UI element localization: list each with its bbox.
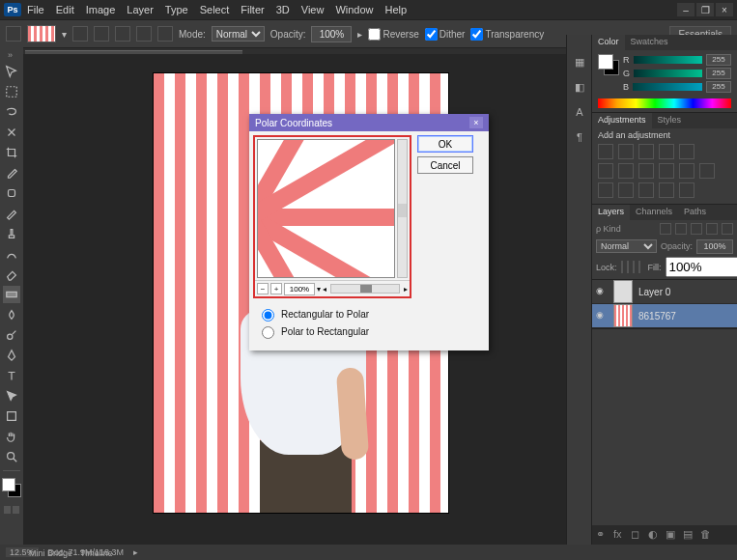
scroll-left-icon[interactable]: ◂ (323, 285, 326, 294)
filter-smart-icon[interactable] (722, 223, 733, 235)
tab-timeline[interactable]: Timeline (80, 548, 113, 558)
option-rect-to-polar[interactable]: Rectangular to Polar (257, 306, 481, 322)
opacity-flyout-icon[interactable]: ▸ (357, 29, 362, 40)
history-brush-tool[interactable] (3, 245, 20, 263)
blur-tool[interactable] (3, 306, 20, 323)
polar-to-rect-radio[interactable] (262, 326, 274, 339)
cancel-button[interactable]: Cancel (417, 156, 473, 174)
gradient-preview[interactable] (27, 25, 56, 42)
path-select-tool[interactable] (3, 387, 20, 405)
layer-name[interactable]: Layer 0 (638, 287, 670, 297)
layer-row[interactable]: ◉ 8615767 (592, 304, 737, 328)
menu-type[interactable]: Type (165, 4, 188, 15)
layer-thumb[interactable] (613, 304, 633, 327)
menu-file[interactable]: File (27, 4, 44, 15)
history-panel-icon[interactable]: ▦ (572, 54, 587, 70)
menu-select[interactable]: Select (200, 4, 230, 15)
tab-paths[interactable]: Paths (678, 205, 712, 220)
dialog-close-icon[interactable]: × (469, 117, 483, 128)
stamp-tool[interactable] (3, 225, 20, 242)
hue-ramp[interactable] (598, 98, 731, 108)
adj-photo-icon[interactable] (659, 163, 674, 179)
lock-pixels-icon[interactable] (627, 261, 629, 273)
fill-input[interactable] (666, 257, 737, 277)
preview-v-scrollbar[interactable] (397, 139, 408, 278)
g-value[interactable]: 255 (706, 68, 731, 79)
zoom-in-icon[interactable]: + (270, 283, 282, 294)
menu-window[interactable]: Window (335, 4, 373, 15)
adj-gradmap-icon[interactable] (659, 182, 674, 198)
adj-lookup-icon[interactable] (699, 163, 715, 179)
transparency-checkbox[interactable] (470, 28, 483, 41)
layer-fx-icon[interactable]: fx (613, 528, 627, 542)
tab-color[interactable]: Color (592, 35, 625, 50)
paragraph-panel-icon[interactable]: ¶ (572, 129, 587, 145)
filter-pixel-icon[interactable] (660, 223, 671, 235)
visibility-icon[interactable]: ◉ (596, 286, 608, 297)
actions-panel-icon[interactable]: ◧ (572, 79, 587, 95)
type-tool[interactable] (3, 367, 20, 384)
gradient-linear-icon[interactable] (72, 26, 88, 42)
adj-invert-icon[interactable] (598, 182, 613, 198)
layer-row[interactable]: ◉ Layer 0 (592, 280, 737, 304)
adj-levels-icon[interactable] (618, 144, 634, 159)
new-fill-icon[interactable]: ◐ (648, 528, 662, 542)
filter-preview[interactable] (257, 139, 395, 278)
brush-tool[interactable] (3, 205, 20, 222)
filter-shape-icon[interactable] (706, 223, 718, 235)
scroll-right-icon[interactable]: ▸ (404, 285, 408, 294)
character-panel-icon[interactable]: A (572, 104, 587, 120)
tab-mini-bridge[interactable]: Mini Bridge (29, 548, 72, 558)
pen-tool[interactable] (3, 347, 20, 364)
gradient-radial-icon[interactable] (94, 26, 109, 42)
gradient-angle-icon[interactable] (115, 26, 130, 42)
foreground-color-swatch[interactable] (2, 478, 15, 491)
quick-select-tool[interactable] (3, 124, 20, 141)
tab-swatches[interactable]: Swatches (625, 35, 674, 50)
adj-exposure-icon[interactable] (659, 144, 674, 159)
filter-type-icon[interactable] (691, 223, 702, 235)
option-polar-to-rect[interactable]: Polar to Rectangular (257, 323, 481, 339)
window-maximize-button[interactable]: ❐ (696, 3, 714, 16)
layer-thumb[interactable] (613, 280, 633, 303)
adj-thresh-icon[interactable] (638, 182, 654, 198)
menu-view[interactable]: View (301, 4, 325, 15)
b-value[interactable]: 255 (706, 81, 731, 93)
hand-tool[interactable] (3, 428, 20, 445)
window-minimize-button[interactable]: – (677, 3, 694, 16)
panel-color-swatches[interactable] (598, 54, 619, 75)
reverse-checkbox[interactable] (368, 28, 381, 41)
adj-selcolor-icon[interactable] (679, 182, 694, 198)
layer-name[interactable]: 8615767 (638, 311, 676, 322)
adj-poster-icon[interactable] (618, 182, 634, 198)
marquee-tool[interactable] (3, 83, 20, 100)
opacity-input[interactable] (311, 26, 352, 42)
layer-mask-icon[interactable]: ◻ (631, 528, 644, 542)
menu-help[interactable]: Help (385, 4, 408, 15)
quick-mask-toggle[interactable] (4, 506, 19, 514)
gradient-tool[interactable] (3, 286, 20, 303)
healing-tool[interactable] (3, 184, 20, 202)
tool-preset-picker[interactable] (6, 26, 21, 42)
ok-button[interactable]: OK (417, 135, 473, 153)
tab-channels[interactable]: Channels (630, 205, 678, 220)
zoom-out-icon[interactable]: − (257, 283, 269, 294)
link-layers-icon[interactable]: ⚭ (596, 528, 609, 542)
adj-vibrance-icon[interactable] (679, 144, 694, 159)
adj-brightness-icon[interactable] (598, 144, 613, 159)
g-slider[interactable] (634, 70, 702, 77)
r-slider[interactable] (634, 56, 703, 64)
new-layer-icon[interactable]: ▤ (683, 528, 696, 542)
eyedropper-tool[interactable] (3, 164, 20, 182)
zoom-tool[interactable] (3, 448, 20, 465)
menu-edit[interactable]: Edit (56, 4, 74, 15)
visibility-icon[interactable]: ◉ (596, 310, 608, 322)
dither-checkbox[interactable] (425, 28, 438, 41)
lock-position-icon[interactable] (633, 261, 635, 273)
tab-adjustments[interactable]: Adjustments (592, 113, 652, 128)
preview-h-scrollbar[interactable] (330, 284, 400, 294)
color-swatches[interactable] (2, 478, 21, 497)
lock-transparent-icon[interactable] (621, 261, 623, 273)
gradient-diamond-icon[interactable] (157, 26, 173, 42)
menu-3d[interactable]: 3D (276, 4, 290, 15)
